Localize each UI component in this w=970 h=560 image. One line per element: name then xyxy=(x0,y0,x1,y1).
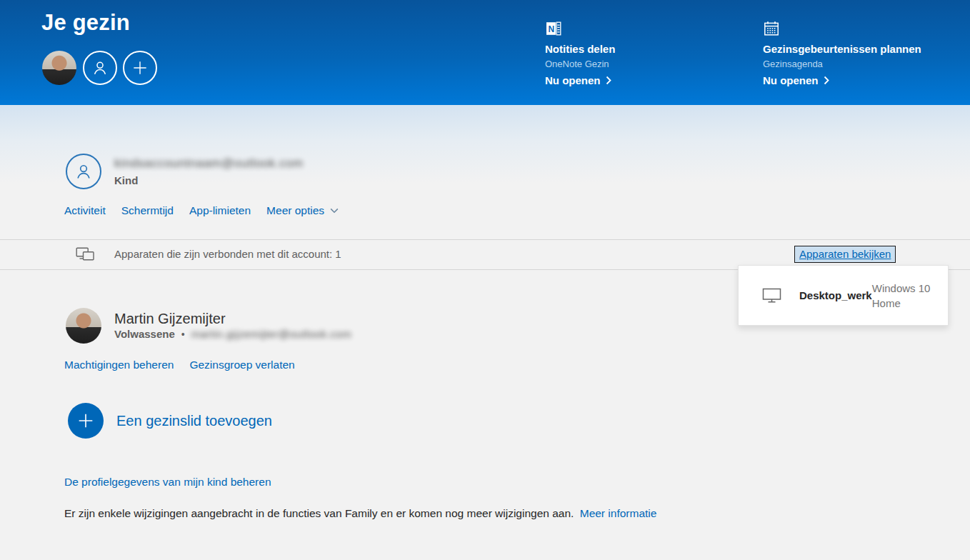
view-devices-link[interactable]: Apparaten bekijken xyxy=(794,246,896,263)
child-action-links: Activiteit Schermtijd App-limieten Meer … xyxy=(64,204,339,217)
add-member-header-button[interactable] xyxy=(123,51,157,85)
device-name: Desktop_werk xyxy=(799,289,872,301)
promo-onenote: N Notities delen OneNote Gezin Nu openen xyxy=(545,0,759,105)
activity-link[interactable]: Activiteit xyxy=(64,204,106,217)
child-role-label: Kind xyxy=(114,174,138,186)
promo-onenote-subtitle: OneNote Gezin xyxy=(545,59,609,69)
svg-text:N: N xyxy=(548,24,554,34)
role-separator: • xyxy=(181,329,185,340)
family-changes-notice: Er zijn enkele wijzigingen aangebracht i… xyxy=(64,507,656,520)
more-options-dropdown[interactable]: Meer opties xyxy=(266,204,339,217)
leave-family-link[interactable]: Gezinsgroep verlaten xyxy=(189,359,294,371)
member-avatar-photo[interactable] xyxy=(42,51,76,85)
person-icon xyxy=(74,161,94,181)
adult-email-redacted: martin.gijzemijter@outlook.com xyxy=(191,328,351,340)
child-email-redacted: kindsaccountnaam@outlook.com xyxy=(114,156,304,171)
person-icon xyxy=(91,59,109,77)
manage-child-profile-link[interactable]: De profielgegevens van mijn kind beheren xyxy=(64,476,271,489)
app-limits-link[interactable]: App-limieten xyxy=(189,204,251,217)
page-header: Je gezin N xyxy=(0,0,970,105)
adult-role-label: Volwassene xyxy=(114,328,175,340)
devices-icon xyxy=(76,246,95,263)
promo-onenote-open-link[interactable]: Nu openen xyxy=(545,74,611,86)
plus-icon xyxy=(131,59,149,77)
adult-action-links: Machtigingen beheren Gezinsgroep verlate… xyxy=(64,359,295,371)
promo-calendar-title: Gezinsgebeurtenissen plannen xyxy=(763,43,921,55)
family-settings-page: Je gezin N xyxy=(0,0,970,560)
more-info-link[interactable]: Meer informatie xyxy=(580,507,657,519)
adult-role-row: Volwassene • martin.gijzemijter@outlook.… xyxy=(114,328,351,340)
chevron-right-icon xyxy=(824,76,829,85)
promo-calendar: Gezinsgebeurtenissen plannen Gezinsagend… xyxy=(763,0,970,105)
adult-avatar-photo xyxy=(66,308,101,344)
notice-text: Er zijn enkele wijzigingen aangebracht i… xyxy=(64,507,574,519)
device-os: Windows 10 Home xyxy=(872,281,938,311)
promo-calendar-open-link[interactable]: Nu openen xyxy=(763,74,829,86)
monitor-icon xyxy=(762,287,781,304)
adult-name: Martin Gijzemijter xyxy=(114,311,226,327)
device-list-popup[interactable]: Desktop_werk Windows 10 Home xyxy=(738,265,949,326)
promo-onenote-title: Notities delen xyxy=(545,43,615,55)
chevron-right-icon xyxy=(606,76,611,85)
child-avatar xyxy=(66,154,101,189)
devices-summary: Apparaten die zijn verbonden met dit acc… xyxy=(114,248,341,260)
onenote-icon: N xyxy=(545,20,562,37)
chevron-down-icon xyxy=(330,208,339,214)
add-family-member-button[interactable]: Een gezinslid toevoegen xyxy=(68,403,272,439)
page-title: Je gezin xyxy=(41,10,130,36)
promo-calendar-subtitle: Gezinsagenda xyxy=(763,59,823,69)
header-gradient-fade xyxy=(0,105,970,184)
manage-permissions-link[interactable]: Machtigingen beheren xyxy=(64,359,174,371)
child-member-button[interactable] xyxy=(83,51,117,85)
calendar-icon xyxy=(763,20,780,37)
plus-circle-icon xyxy=(68,403,104,439)
add-family-member-label: Een gezinslid toevoegen xyxy=(116,413,272,429)
screentime-link[interactable]: Schermtijd xyxy=(121,204,174,217)
